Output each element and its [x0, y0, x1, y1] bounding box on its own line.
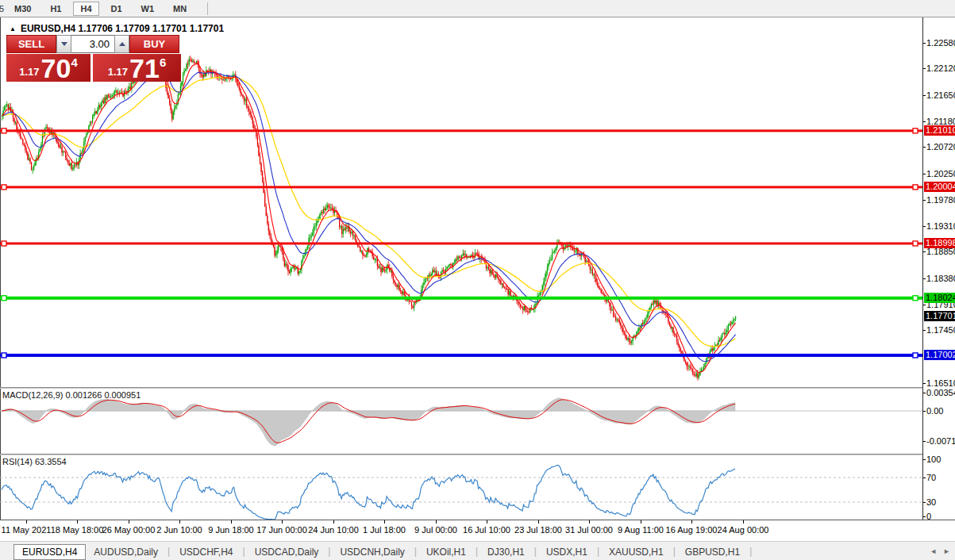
buy-price-pip: 6	[160, 56, 166, 69]
timeframe-button-mn[interactable]: MN	[166, 2, 194, 16]
lot-decrease-button[interactable]	[56, 35, 71, 53]
main-chart-panel[interactable]: ▲EURUSD,H4 1.17706 1.17709 1.17701 1.177…	[0, 17, 922, 387]
sell-price-main: 70	[41, 56, 71, 80]
chart-tab-bar: EURUSD,H4AUDUSD,Daily|USDCHF,H4|USDCAD,D…	[0, 541, 955, 560]
price-tick-label: 1.22120	[926, 63, 955, 74]
time-tick-label: 9 Aug 11:00	[618, 525, 664, 535]
axis-tick	[923, 383, 926, 384]
time-tick-label: 9 Jul 00:00	[414, 525, 457, 535]
time-tick	[282, 520, 283, 524]
chart-tab-usdchf-h4[interactable]: USDCHF,H4	[171, 545, 241, 559]
buy-button[interactable]: BUY	[129, 35, 179, 53]
chart-tab-audusd-daily[interactable]: AUDUSD,Daily	[86, 545, 166, 559]
axis-tick	[923, 478, 926, 478]
buy-price-prefix: 1.17	[108, 66, 128, 78]
axis-tick	[923, 393, 926, 393]
axis-tick	[923, 278, 926, 279]
chart-tab-eurusd-h4[interactable]: EURUSD,H4	[13, 544, 86, 560]
rsi-axis-label: 100	[926, 455, 941, 465]
timeframe-button-h1[interactable]: H1	[43, 2, 68, 16]
tab-divider: |	[168, 546, 170, 557]
axis-tick	[923, 502, 926, 503]
price-tick-label: 1.16510	[926, 378, 955, 389]
axis-tick	[923, 459, 926, 460]
mt4-terminal-window: { "toolbar": { "partial_left": "5", "tim…	[0, 0, 955, 560]
price-axis: 1.225801.221201.216501.211801.207201.202…	[922, 17, 955, 520]
tab-divider: |	[749, 546, 752, 557]
chart-tab-usdcnh-daily[interactable]: USDCNH,Daily	[332, 545, 412, 559]
lot-increase-button[interactable]	[114, 35, 129, 53]
level-price-label: 1.17002	[924, 350, 955, 360]
timeframe-button-h4[interactable]: H4	[73, 2, 98, 16]
time-tick	[436, 520, 437, 524]
time-tick-label: 26 May 00:00	[102, 525, 156, 535]
time-tick-label: 17 Jun 00:00	[256, 525, 307, 535]
axis-tick	[923, 43, 926, 44]
axis-tick	[923, 68, 926, 69]
axis-tick	[923, 147, 926, 148]
collapse-panel-icon[interactable]: ▲	[10, 25, 16, 33]
buy-price-main: 71	[129, 56, 160, 80]
axis-tick	[923, 200, 926, 201]
macd-axis-label: 0.003547	[926, 388, 955, 398]
time-tick	[26, 520, 27, 524]
timeframe-buttons: M30H1H4D1W1MN	[5, 4, 196, 13]
price-tick-label: 1.19310	[926, 221, 955, 232]
current-price-label: 1.17701	[924, 311, 955, 321]
time-tick	[691, 520, 692, 524]
price-tick-label: 1.21650	[926, 90, 955, 101]
chart-tab-gbpusd-h1[interactable]: GBPUSD,H1	[677, 545, 748, 559]
rsi-axis-label: 30	[926, 497, 936, 508]
tab-scroll-right-icon[interactable]: ►	[943, 547, 950, 555]
chart-tabs: EURUSD,H4AUDUSD,Daily|USDCHF,H4|USDCAD,D…	[0, 543, 753, 560]
time-tick	[77, 520, 78, 524]
macd-axis-label: -0.007187	[926, 436, 955, 447]
time-tick	[743, 520, 744, 524]
toolbar-separator	[207, 2, 208, 15]
price-tick-label: 1.18380	[926, 274, 955, 284]
time-tick	[129, 520, 129, 524]
macd-label: MACD(12,26,9) 0.001266 0.000951	[2, 390, 141, 400]
chart-title: ▲EURUSD,H4 1.17706 1.17709 1.17701 1.177…	[10, 23, 224, 34]
rsi-axis-label: 0	[926, 512, 931, 522]
lot-size-input[interactable]	[71, 35, 114, 53]
macd-indicator-panel: MACD(12,26,9) 0.001266 0.000951	[0, 389, 922, 454]
rsi-indicator-panel: RSI(14) 63.3554	[0, 455, 922, 520]
time-tick-label: 9 Jun 18:00	[208, 525, 254, 535]
chart-tab-usdx-h1[interactable]: USDX,H1	[538, 545, 595, 559]
sell-price-pip: 4	[71, 56, 77, 69]
tab-divider: |	[414, 546, 417, 557]
time-tick	[384, 520, 385, 524]
time-tick	[538, 520, 539, 524]
chevron-up-icon	[119, 42, 125, 46]
tab-scroll-arrows: ◄ ►	[930, 547, 950, 555]
time-tick-label: 24 Aug 00:00	[718, 525, 769, 535]
chart-tab-xauusd-h1[interactable]: XAUUSD,H1	[601, 545, 672, 559]
level-price-label: 1.18998	[924, 238, 955, 248]
buy-price-box[interactable]: 1.17 71 6	[93, 54, 181, 82]
timeframe-button-m30[interactable]: M30	[7, 2, 38, 16]
chart-tab-dj30-h1[interactable]: DJ30,H1	[479, 545, 533, 559]
chevron-down-icon	[61, 42, 67, 46]
axis-tick	[923, 251, 926, 252]
axis-tick	[923, 305, 926, 305]
tab-divider: |	[328, 546, 330, 557]
timeframe-toolbar: 5 M30H1H4D1W1MN	[0, 0, 955, 17]
time-tick-label: 18 May 18:00	[51, 525, 104, 535]
time-tick-label: 24 Jun 10:00	[308, 525, 359, 535]
axis-tick	[923, 174, 926, 175]
chart-tab-usdcad-daily[interactable]: USDCAD,Daily	[247, 545, 327, 559]
sell-button[interactable]: SELL	[6, 35, 56, 53]
tab-scroll-left-icon[interactable]: ◄	[930, 547, 937, 555]
timeframe-button-d1[interactable]: D1	[104, 2, 129, 16]
time-tick	[589, 520, 590, 524]
rsi-label: RSI(14) 63.3554	[2, 457, 67, 466]
time-tick-label: 16 Aug 19:00	[666, 525, 718, 535]
sell-price-box[interactable]: 1.17 70 4	[6, 54, 90, 82]
timeframe-button-w1[interactable]: W1	[134, 2, 162, 16]
axis-tick	[923, 516, 926, 517]
time-tick-label: 23 Jul 18:00	[514, 525, 562, 535]
axis-tick	[923, 226, 926, 227]
chart-tab-ukoil-h1[interactable]: UKOil,H1	[418, 545, 474, 559]
time-tick-label: 11 May 2021	[2, 525, 52, 535]
